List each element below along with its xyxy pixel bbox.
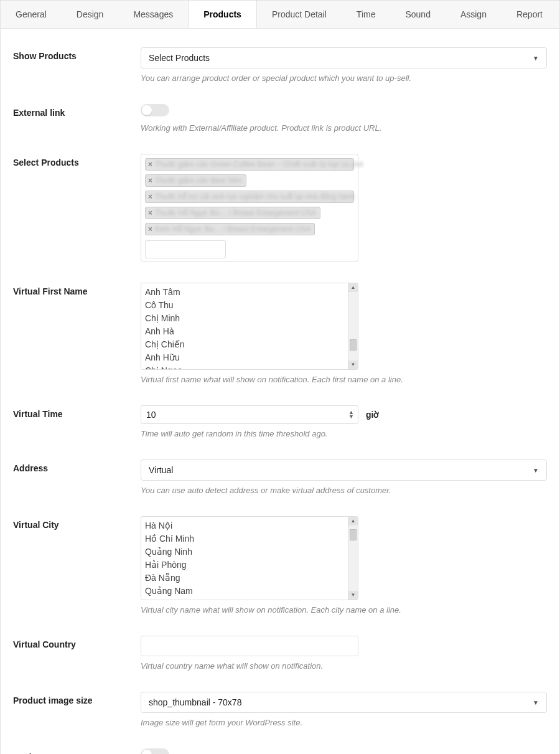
label-select-products: Select Products [13,154,141,167]
label-virtual-first-name: Virtual First Name [13,283,141,296]
scroll-handle[interactable] [350,339,357,351]
label-address: Address [13,459,141,473]
form-body: Show Products Select Products ▼ You can … [1,29,559,754]
address-select-value: Virtual [149,465,173,475]
tab-general[interactable]: General [1,1,62,28]
caret-down-icon: ▼ [533,467,539,474]
product-image-size-desc: Image size will get form your WordPress … [141,718,547,727]
virtual-time-value: 10 [146,410,156,420]
address-select[interactable]: Virtual ▼ [141,459,547,481]
tab-messages[interactable]: Messages [118,1,188,28]
product-tag[interactable]: ×Thuốc hỗ trợ cải sinh lực nghiệm cho tu… [145,191,354,203]
virtual-country-input[interactable] [141,636,358,656]
address-desc: You can use auto detect address or make … [141,486,547,495]
show-products-select[interactable]: Select Products ▼ [141,47,547,68]
product-image-size-value: shop_thumbnail - 70x78 [149,697,241,707]
tab-update[interactable]: Update [558,1,559,28]
caret-down-icon: ▼ [533,55,539,62]
product-tag[interactable]: ×Thuốc Hỗ Ngực Bo… / Breast Enlargement … [145,207,320,219]
scrollbar[interactable]: ▲ ▼ [348,283,358,369]
close-icon[interactable]: × [148,160,152,169]
product-tag[interactable]: ×Thuốc giảm cân Best Slim [145,174,246,187]
cache-toggle[interactable] [141,748,169,754]
scroll-down-icon[interactable]: ▼ [348,591,358,600]
scroll-up-icon[interactable]: ▲ [348,283,358,292]
label-show-products: Show Products [13,47,141,61]
virtual-time-unit: giờ [366,410,379,420]
close-icon[interactable]: × [148,225,152,233]
tab-product-detail[interactable]: Product Detail [257,1,342,28]
scroll-handle[interactable] [350,529,357,540]
virtual-city-content: Hà Nội Hồ Chí Minh Quảng Ninh Hải Phòng … [141,517,358,600]
select-products-tag-picker[interactable]: ×Thuốc giảm cân Green Coffee Bean – Chiế… [141,154,358,262]
tab-report[interactable]: Report [502,1,558,28]
show-products-desc: You can arrange product order or special… [141,73,547,83]
label-external-link: External link [13,104,141,118]
scroll-down-icon[interactable]: ▼ [348,361,358,369]
external-link-desc: Working with External/Affiliate product.… [141,123,547,133]
virtual-first-name-desc: Virtual first name what will show on not… [141,375,547,384]
virtual-city-desc: Virtual city name what will show on noti… [141,605,547,615]
caret-down-icon: ▼ [533,699,539,706]
virtual-first-name-textarea[interactable]: Anh Tâm Cô Thu Chị Minh Anh Hà Chị Chiến… [141,283,358,370]
virtual-time-desc: Time will auto get random in this time t… [141,429,547,438]
tab-assign[interactable]: Assign [446,1,502,28]
show-products-select-value: Select Products [149,53,210,63]
tabs-bar: General Design Messages Products Product… [1,1,559,29]
settings-panel: General Design Messages Products Product… [0,0,560,754]
tab-sound[interactable]: Sound [390,1,445,28]
scroll-up-icon[interactable]: ▲ [348,517,358,525]
label-virtual-country: Virtual Country [13,636,141,649]
virtual-first-name-content: Anh Tâm Cô Thu Chị Minh Anh Hà Chị Chiến… [141,283,358,369]
virtual-city-textarea[interactable]: Hà Nội Hồ Chí Minh Quảng Ninh Hải Phòng … [141,516,358,600]
tab-design[interactable]: Design [62,1,119,28]
label-virtual-city: Virtual City [13,516,141,530]
virtual-time-input[interactable]: 10 ▲▼ [141,405,358,424]
label-cache: Cache [13,748,141,754]
tab-products[interactable]: Products [188,1,257,29]
close-icon[interactable]: × [148,192,152,201]
external-link-toggle[interactable] [141,104,169,116]
label-virtual-time: Virtual Time [13,405,141,419]
tab-time[interactable]: Time [342,1,391,28]
number-stepper-icon[interactable]: ▲▼ [348,410,354,419]
virtual-country-desc: Virtual country name what will show on n… [141,661,547,671]
product-tag[interactable]: ×Kem Hỗ Ngực Bo… / Breast Enlargement US… [145,223,315,235]
scrollbar[interactable]: ▲ ▼ [348,517,358,600]
close-icon[interactable]: × [148,176,152,185]
label-product-image-size: Product image size [13,692,141,705]
product-tag[interactable]: ×Thuốc giảm cân Green Coffee Bean – Chiế… [145,158,354,171]
close-icon[interactable]: × [148,209,152,217]
product-image-size-select[interactable]: shop_thumbnail - 70x78 ▼ [141,692,547,713]
select-products-input[interactable] [145,240,226,258]
